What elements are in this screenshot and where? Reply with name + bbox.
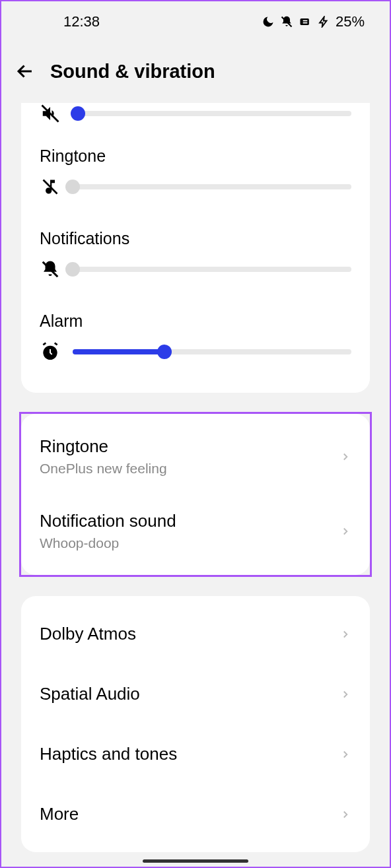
moon-icon bbox=[262, 15, 275, 28]
more-label: More bbox=[40, 804, 79, 824]
notifications-volume-label: Notifications bbox=[40, 229, 351, 248]
audio-settings-card: Dolby Atmos Spatial Audio Haptics and to… bbox=[21, 596, 370, 852]
ringtone-label: Ringtone bbox=[40, 436, 339, 457]
chevron-right-icon bbox=[339, 688, 351, 700]
chevron-right-icon bbox=[339, 809, 351, 820]
ringtone-volume-slider[interactable] bbox=[73, 184, 351, 189]
highlighted-section: Ringtone OnePlus new feeling Notificatio… bbox=[21, 414, 370, 575]
more-setting[interactable]: More bbox=[21, 784, 370, 844]
ringtone-volume-label: Ringtone bbox=[40, 147, 351, 166]
haptics-label: Haptics and tones bbox=[40, 744, 177, 764]
chevron-right-icon bbox=[339, 628, 351, 640]
battery-percentage: 25% bbox=[336, 13, 365, 30]
slider-notifications: Notifications bbox=[21, 209, 370, 292]
chevron-right-icon bbox=[339, 749, 351, 760]
notification-sound-label: Notification sound bbox=[40, 511, 339, 531]
content-area: Ringtone Notifications bbox=[1, 103, 390, 868]
alarm-volume-label: Alarm bbox=[40, 312, 351, 331]
spatial-audio-setting[interactable]: Spatial Audio bbox=[21, 664, 370, 724]
haptics-tones-setting[interactable]: Haptics and tones bbox=[21, 724, 370, 784]
notification-sound-value: Whoop-doop bbox=[40, 535, 339, 551]
svg-rect-1 bbox=[300, 18, 308, 25]
dolby-label: Dolby Atmos bbox=[40, 624, 136, 644]
notification-sound-setting[interactable]: Notification sound Whoop-doop bbox=[21, 494, 370, 568]
ringtone-value: OnePlus new feeling bbox=[40, 461, 339, 477]
charging-icon bbox=[317, 15, 330, 28]
slider-media-partial bbox=[21, 103, 370, 144]
home-indicator[interactable] bbox=[143, 859, 248, 863]
dolby-atmos-setting[interactable]: Dolby Atmos bbox=[21, 604, 370, 664]
ringtone-setting[interactable]: Ringtone OnePlus new feeling bbox=[21, 419, 370, 494]
ringtone-settings-card: Ringtone OnePlus new feeling Notificatio… bbox=[21, 414, 370, 575]
battery-saver-icon bbox=[299, 15, 312, 28]
status-indicators: 25% bbox=[262, 13, 365, 30]
status-time: 12:38 bbox=[63, 13, 100, 30]
alarm-volume-slider[interactable] bbox=[73, 349, 351, 354]
alarm-clock-icon bbox=[40, 341, 61, 362]
chevron-right-icon bbox=[339, 525, 351, 537]
spatial-label: Spatial Audio bbox=[40, 684, 140, 704]
chevron-right-icon bbox=[339, 451, 351, 463]
page-title: Sound & vibration bbox=[50, 61, 215, 83]
status-bar: 12:38 25% bbox=[1, 1, 390, 42]
page-header: Sound & vibration bbox=[1, 42, 390, 103]
music-off-icon bbox=[40, 176, 61, 197]
slider-ringtone: Ringtone bbox=[21, 144, 370, 209]
bell-off-icon bbox=[280, 15, 293, 28]
notifications-volume-slider[interactable] bbox=[73, 267, 351, 272]
slider-alarm: Alarm bbox=[21, 292, 370, 374]
media-volume-slider[interactable] bbox=[73, 111, 351, 116]
volume-sliders-card: Ringtone Notifications bbox=[21, 103, 370, 393]
bell-slash-icon bbox=[40, 259, 61, 280]
speaker-off-icon bbox=[40, 103, 61, 124]
back-button[interactable] bbox=[13, 59, 37, 83]
